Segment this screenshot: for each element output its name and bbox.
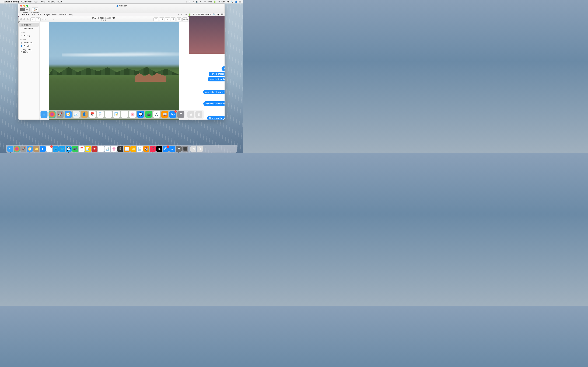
adjust-button[interactable]: ⚙ [177,17,182,21]
menubar-help[interactable]: Help [57,0,62,3]
sidebar-people[interactable]: 👤People [18,44,39,48]
bluetooth-icon[interactable]: ᚼ [193,0,194,3]
remote-datetime[interactable]: Fri 4:37 PM [193,13,204,16]
outer-dock-app-icon[interactable]: 🖥 [176,146,182,152]
airplay-icon[interactable]: ⎚ [186,0,187,3]
outer-dock-right-icon[interactable]: 🗑 [197,146,203,152]
outer-dock-app-icon[interactable]: ☺ [7,146,13,152]
remote-spotlight-icon[interactable]: 🔍 [213,13,216,16]
observe-mode-button[interactable]: 👁 [25,8,29,11]
remote-wifi-icon[interactable]: ᯤ [181,13,183,16]
wifi-icon[interactable]: ᯤ [200,0,202,3]
dock-app-icon[interactable]: ☺ [41,111,48,118]
remote-menu-window[interactable]: Window [59,13,67,16]
dock-app-icon[interactable]: 📖 [161,111,168,118]
dock-app-icon[interactable]: 🗒 [105,111,112,118]
sidebar-photos[interactable]: ▦Photos [19,23,39,26]
outer-dock-app-icon[interactable]: ◉ [156,146,162,152]
outer-dock-app-icon[interactable]: 📝 [85,146,91,152]
dock-app-icon[interactable]: 👤 [81,111,88,118]
remote-username[interactable]: Mama [206,13,211,16]
display-icon[interactable]: ▭ [204,0,206,3]
dock-app-icon[interactable]: 📅23 [89,111,96,118]
dock-app-icon[interactable]: 🚀 [57,111,64,118]
share-button[interactable]: ⇧ [171,17,176,21]
timemachine-icon[interactable]: ① [189,0,191,3]
menubar-edit[interactable]: Edit [35,0,38,3]
dock-app-icon[interactable]: 📄 [97,111,104,118]
menubar-app-name[interactable]: Screen Sharing [3,0,19,3]
outer-dock-app-icon[interactable]: ★ [92,146,97,152]
outer-dock-app-icon[interactable]: 📹 [72,146,78,152]
battery-text[interactable]: 57% [208,0,212,3]
notification-center-icon[interactable]: ☰ [239,0,241,3]
dock-app-icon[interactable]: 💬 [137,111,144,118]
dock-app-icon[interactable]: ⚙ [177,111,184,118]
dock-app-icon[interactable]: 📹 [145,111,152,118]
battery-icon[interactable]: 🔋 [214,0,216,3]
remote-app-name[interactable]: Photos [22,13,29,16]
remote-menu-view[interactable]: View [52,13,57,16]
outer-dock-app-icon[interactable] [14,146,20,152]
outer-dock-app-icon[interactable]: ⬛ [182,146,188,152]
sidebar-activity[interactable]: ☁Activity [18,34,39,37]
control-mode-button[interactable]: ⛶ [20,8,25,11]
dock-app-icon[interactable]: Ⓐ1 [169,111,176,118]
outer-dock-app-icon[interactable]: ① [169,146,175,152]
outer-dock-app-icon[interactable]: 💬 [66,146,72,152]
info-button[interactable]: ⓘ [159,17,164,21]
outer-dock-app-icon[interactable]: 🎵 [150,146,156,152]
remote-menu-help[interactable]: Help [69,13,73,16]
remote-battery-icon[interactable]: 🔋 [189,13,191,16]
sidebar-memories[interactable]: ↻Memories [18,26,39,30]
dock-right-icon[interactable]: 🖥 [187,111,194,118]
remote-menu-file[interactable]: File [32,13,35,16]
outer-dock-app-icon[interactable]: 📁 [33,146,39,152]
outer-dock-app-icon[interactable]: 📅23 [78,146,85,152]
outer-dock-app-icon[interactable]: B [117,146,123,152]
remote-screenshare-icon[interactable]: ⎚ [178,13,179,16]
remote-notification-icon[interactable]: ☰ [221,13,223,16]
messages-details-link[interactable]: Details [224,55,225,58]
favorite-button[interactable]: ♡ [154,17,158,21]
photo-viewer[interactable] [40,22,189,119]
sidebar-all-photos[interactable]: ▦All Photos [18,41,39,44]
outer-dock-app-icon[interactable]: ☑ [98,146,104,152]
outer-dock-app-icon[interactable]: 📁 [130,146,136,152]
spotlight-icon[interactable]: 🔍 [231,0,233,3]
outer-dock-app-icon[interactable]: S2 [46,146,52,152]
dock-app-icon[interactable] [49,111,56,118]
user-avatar-icon[interactable]: 👤 [235,0,237,3]
outer-dock-app-icon[interactable]: 🌸 [111,146,117,152]
volume-icon[interactable]: 🔉 [196,0,198,3]
outer-dock-app-icon[interactable]: 📚 [143,146,149,152]
dock-app-icon[interactable]: 🧭 [65,111,72,118]
dock-app-icon[interactable]: 🗺 [121,111,128,118]
outer-dock-app-icon[interactable]: ➤ [40,146,46,152]
outer-dock-app-icon[interactable]: 📑 [104,146,110,152]
remote-menu-edit[interactable]: Edit [38,13,41,16]
outer-dock-app-icon[interactable]: Ⓐ5 [163,146,169,152]
outer-dock-app-icon[interactable]: 🐦 [53,146,59,152]
outer-dock-right-icon[interactable]: 🖥 [190,146,196,152]
outer-dock-app-icon[interactable]: 🐦 [59,146,65,152]
dock-right-icon[interactable]: 🗑 [196,111,202,118]
remote-airplay-icon[interactable]: ▭ [185,13,187,16]
menubar-connection[interactable]: Connection [21,0,32,3]
add-button[interactable]: + [165,17,170,21]
clipboard-button[interactable]: 📋▾ [32,8,38,11]
outer-dock-app-icon[interactable]: 📊 [124,146,130,152]
dock-app-icon[interactable]: 📝 [113,111,120,118]
menubar-window[interactable]: Window [47,0,55,3]
outer-dock-app-icon[interactable]: 📄 [137,146,143,152]
sidebar-photo-stream[interactable]: ☁My Photo Stre… [18,48,39,54]
dock-app-icon[interactable]: 🎵 [153,111,160,118]
dock-app-icon[interactable]: 🌸 [129,111,136,118]
dock-app-icon[interactable]: ✉️ [73,111,80,118]
outer-dock-app-icon[interactable]: 🧭 [27,146,33,152]
remote-menu-image[interactable]: Image [44,13,50,16]
menubar-datetime[interactable]: Fri 4:37 PM [218,0,229,3]
menubar-view[interactable]: View [40,0,45,3]
remote-siri-icon[interactable]: ◉ [217,13,219,16]
details-button[interactable]: Details [182,17,187,21]
